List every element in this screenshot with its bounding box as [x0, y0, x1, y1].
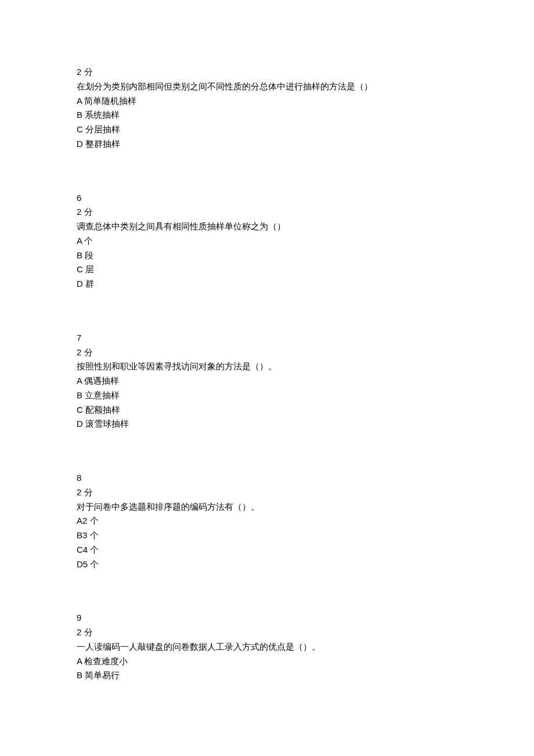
option-b: B 段	[77, 249, 457, 263]
question-stem: 对于问卷中多选题和排序题的编码方法有（）。	[77, 500, 457, 514]
option-d: D 整群抽样	[77, 137, 457, 152]
option-c: C4 个	[77, 543, 457, 557]
question-points: 2 分	[77, 65, 457, 80]
option-b: B 立意抽样	[77, 388, 457, 403]
option-a: A2 个	[77, 514, 457, 528]
option-b: B 简单易行	[77, 668, 457, 683]
option-d: D 滚雪球抽样	[77, 417, 457, 431]
option-a: A 简单随机抽样	[77, 94, 457, 109]
option-c: C 配额抽样	[77, 403, 457, 417]
option-c: C 层	[77, 262, 457, 277]
question-number: 9	[77, 611, 457, 625]
question-number: 7	[77, 331, 457, 345]
question-block: 6 2 分 调查总体中类别之间具有相同性质抽样单位称之为（） A 个 B 段 C…	[77, 191, 457, 291]
question-stem: 按照性别和职业等因素寻找访问对象的方法是（）。	[77, 359, 457, 374]
option-a: A 偶遇抽样	[77, 374, 457, 388]
question-block: 9 2 分 一人读编码一人敲键盘的问卷数据人工录入方式的优点是（）。 A 检查难…	[77, 611, 457, 683]
question-block: 7 2 分 按照性别和职业等因素寻找访问对象的方法是（）。 A 偶遇抽样 B 立…	[77, 331, 457, 431]
question-number: 8	[77, 471, 457, 485]
question-stem: 调查总体中类别之间具有相同性质抽样单位称之为（）	[77, 219, 457, 234]
question-stem: 在划分为类别内部相同但类别之间不同性质的分总体中进行抽样的方法是（）	[77, 80, 457, 94]
option-b: B3 个	[77, 528, 457, 543]
question-block: 8 2 分 对于问卷中多选题和排序题的编码方法有（）。 A2 个 B3 个 C4…	[77, 471, 457, 571]
option-a: A 个	[77, 234, 457, 249]
question-points: 2 分	[77, 345, 457, 360]
question-points: 2 分	[77, 625, 457, 640]
question-stem: 一人读编码一人敲键盘的问卷数据人工录入方式的优点是（）。	[77, 640, 457, 654]
page-content: 2 分 在划分为类别内部相同但类别之间不同性质的分总体中进行抽样的方法是（） A…	[0, 0, 534, 683]
option-a: A 检查难度小	[77, 654, 457, 669]
option-d: D 群	[77, 277, 457, 291]
option-d: D5 个	[77, 557, 457, 572]
option-c: C 分层抽样	[77, 123, 457, 137]
question-points: 2 分	[77, 485, 457, 500]
option-b: B 系统抽样	[77, 108, 457, 123]
question-block: 2 分 在划分为类别内部相同但类别之间不同性质的分总体中进行抽样的方法是（） A…	[77, 65, 457, 152]
question-points: 2 分	[77, 205, 457, 219]
question-number: 6	[77, 191, 457, 206]
